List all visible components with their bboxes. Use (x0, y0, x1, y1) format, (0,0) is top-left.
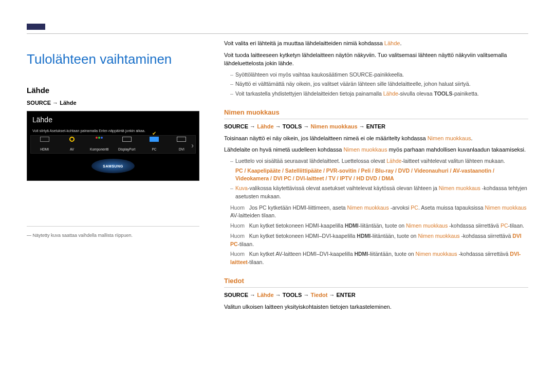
tiedot-heading: Tiedot (224, 276, 528, 288)
dvi-icon (177, 137, 186, 142)
source-item-pc[interactable]: ✔ PC (140, 137, 168, 153)
left-column: Tulolähteen vaihtaminen Lähde SOURCE → L… (27, 39, 199, 314)
huom-3: Huom Kun kytket tietokoneen HDMI–DVI-kaa… (230, 232, 528, 249)
sec1-list: Luettelo voi sisältää seuraavat lähdelai… (230, 157, 528, 201)
displayport-icon (122, 137, 132, 142)
tiedot-path: SOURCE → Lähde → TOOLS → Tiedot → ENTER (224, 291, 528, 300)
intro-1: Voit valita eri lähteitä ja muuttaa lähd… (224, 39, 528, 48)
huom-2: Huom Kun kytket tietokoneen HDMI-kaapeli… (230, 222, 528, 230)
source-item-component[interactable]: ✔ Komponentti (86, 137, 113, 153)
intro-2: Voit tuoda laitteeseen kytketyn lähdelai… (224, 51, 528, 68)
component-icon (95, 137, 104, 142)
source-heading: Lähde (27, 86, 199, 95)
screenshot-caption: ― Näytetty kuva saattaa vaihdella mallis… (27, 226, 199, 238)
huom-4: Huom Kun kytket AV-laitteen HDMI–DVI-kaa… (230, 250, 528, 267)
note-1: Syöttölähteen voi myös vaihtaa kaukosäät… (230, 71, 528, 79)
chevron-right-icon[interactable]: › (191, 141, 194, 150)
tiedot-p: Valitun ulkoisen laitteen yksityiskohtai… (224, 303, 528, 311)
screenshot: Lähde Voit siirtyä Asetukset-kohtaan pai… (27, 111, 199, 181)
note-3: Voit tarkastella yhdistettyjen lähdelait… (230, 90, 528, 98)
note-2: Näyttö ei välttämättä näy oikein, jos va… (230, 80, 528, 88)
top-rule (27, 24, 528, 34)
right-column: Voit valita eri lähteitä ja muuttaa lähd… (224, 39, 528, 314)
source-item-displayport[interactable]: ✔ DisplayPort (113, 137, 140, 153)
check-icon: ✔ (152, 130, 156, 136)
av-icon (69, 137, 75, 142)
screenshot-title: Lähde (32, 116, 52, 124)
intro-notes: Syöttölähteen voi myös vaihtaa kaukosäät… (230, 71, 528, 98)
sec1-list-intro: Luettelo voi sisältää seuraavat lähdelai… (230, 157, 528, 183)
sec1-p2: Lähdelaite on hyvä nimetä uudelleen kohd… (224, 145, 528, 154)
samsung-logo: SAMSUNG (91, 159, 135, 173)
page-title: Tulolähteen vaihtaminen (27, 51, 199, 67)
hdmi-icon (40, 137, 49, 142)
sec1-p1: Toisinaan näyttö ei näy oikein, jos lähd… (224, 134, 528, 143)
page: Tulolähteen vaihtaminen Lähde SOURCE → L… (0, 0, 555, 329)
sec1-list-kuva: Kuva-valikossa käytettävissä olevat aset… (230, 184, 528, 201)
screenshot-hint: Voit siirtyä Asetukset-kohtaan painamall… (32, 129, 145, 133)
nimen-muokkaus-heading: Nimen muokkaus (224, 107, 528, 120)
pc-icon (150, 137, 159, 142)
source-item-hdmi[interactable]: ✔ HDMI (31, 137, 58, 153)
source-path: SOURCE → Lähde (27, 100, 199, 106)
source-item-av[interactable]: ✔ AV (58, 137, 85, 153)
huom-1: Huom Jos PC kytketään HDMI-liittimeen, a… (230, 204, 528, 220)
source-row: ✔ HDMI ✔ AV ✔ Komponentti (30, 135, 196, 154)
nimen-muokkaus-path: SOURCE → Lähde → TOOLS → Nimen muokkaus … (224, 122, 528, 131)
device-list: PC / Kaapelipääte / Satelliittipääte / P… (235, 167, 528, 183)
